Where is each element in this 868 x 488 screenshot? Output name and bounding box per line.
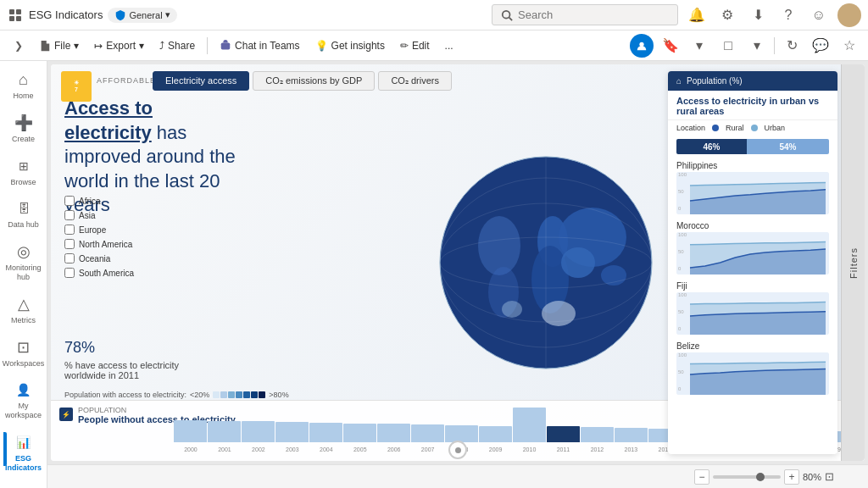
year-label: 2011 <box>546 446 580 452</box>
year-label: 2002 <box>242 446 275 452</box>
right-panel: ⌂ Population (%) Access to electricity i… <box>668 71 837 454</box>
data-hub-icon: 🗄 <box>14 198 34 219</box>
report-tabs: Electricity access CO₂ emissions by GDP … <box>153 71 452 91</box>
bar-fill <box>275 422 309 442</box>
legend-bar <box>213 391 265 398</box>
bar-fill <box>513 408 546 442</box>
sidebar-item-workspaces[interactable]: ⊡ Workspaces <box>3 332 44 374</box>
stat-number: 78% <box>64 323 179 358</box>
region-africa[interactable]: Africa <box>64 196 134 206</box>
insights-button[interactable]: 💡 Get insights <box>309 36 392 55</box>
sidebar-item-home[interactable]: ⌂ Home <box>3 64 44 106</box>
country-chart-item: Morocco100500 <box>668 218 837 278</box>
year-label: 2001 <box>208 446 242 452</box>
top-bar-right: 🔔 ⚙ ⬇ ? ☺ <box>685 3 861 27</box>
general-badge[interactable]: General ▾ <box>108 8 176 23</box>
country-name: Fiji <box>676 281 829 291</box>
fit-page-icon[interactable]: ⊡ <box>825 470 834 483</box>
sidebar-item-metrics[interactable]: △ Metrics <box>3 289 44 330</box>
year-label: 2003 <box>275 446 309 452</box>
nav-expand-icon[interactable]: ❯ <box>7 34 31 58</box>
chat-teams-button[interactable]: Chat in Teams <box>213 36 306 55</box>
my-workspace-icon: 👤 <box>14 380 34 400</box>
svg-rect-2 <box>9 16 14 21</box>
search-box[interactable] <box>492 4 678 25</box>
scroll-dot[interactable] <box>448 441 467 459</box>
bar-fill <box>411 424 444 442</box>
bar-item <box>479 408 512 442</box>
edit-button[interactable]: ✏ Edit <box>393 36 437 55</box>
zoom-controls: − + 80% ⊡ <box>694 469 834 485</box>
user-avatar[interactable] <box>837 3 861 27</box>
notifications-icon[interactable]: 🔔 <box>685 3 709 27</box>
app-grid-icon[interactable] <box>7 7 24 24</box>
sidebar-item-monitoring[interactable]: ◎ Monitoring hub <box>3 236 44 287</box>
stat-block: 78% % have access to electricityworldwid… <box>64 323 179 380</box>
progress-urban: 54% <box>747 139 829 154</box>
refresh-icon[interactable]: ↻ <box>780 34 804 58</box>
bar-item <box>275 408 309 442</box>
country-chart-item: Philippines100500 <box>668 158 837 218</box>
region-asia[interactable]: Asia <box>64 210 134 220</box>
share-button[interactable]: ⤴ Share <box>153 36 202 55</box>
sidebar-item-create[interactable]: ➕ Create <box>3 108 44 149</box>
svg-point-15 <box>561 247 595 278</box>
filters-label: Filters <box>849 247 859 279</box>
population-legend: Population with access to electricity: <… <box>64 391 289 399</box>
star-icon[interactable]: ☆ <box>837 34 861 58</box>
user-icon[interactable] <box>630 34 654 58</box>
search-input[interactable] <box>518 8 662 21</box>
region-south-america[interactable]: South America <box>64 268 134 278</box>
filters-panel[interactable]: Filters <box>841 64 865 461</box>
comment-icon[interactable]: 💬 <box>809 34 832 58</box>
search-icon <box>501 9 513 21</box>
zoom-plus-button[interactable]: + <box>784 469 799 485</box>
zoom-minus-button[interactable]: − <box>694 469 709 485</box>
feedback-icon[interactable]: ☺ <box>807 3 831 27</box>
bookmark-icon[interactable]: 🔖 <box>659 34 682 58</box>
progress-bar: 46% 54% <box>676 139 829 154</box>
region-europe[interactable]: Europe <box>64 225 134 235</box>
tab-co2-drivers[interactable]: CO₂ drivers <box>378 71 452 91</box>
zoom-slider[interactable] <box>713 475 781 479</box>
rural-dot <box>712 125 719 131</box>
help-icon[interactable]: ? <box>776 3 800 27</box>
workspaces-icon: ⊡ <box>14 337 34 358</box>
bar-fill <box>174 420 207 442</box>
bar-fill <box>242 421 275 442</box>
tab-electricity[interactable]: Electricity access <box>153 71 249 91</box>
tab-co2-gdp[interactable]: CO₂ emissions by GDP <box>253 71 375 91</box>
main-layout: ⌂ Home ➕ Create ⊞ Browse 🗄 Data hub ◎ Mo… <box>0 61 868 488</box>
bookmark-expand-icon[interactable]: ▾ <box>687 34 711 58</box>
sidebar-item-browse[interactable]: ⊞ Browse <box>3 151 44 192</box>
svg-text:100: 100 <box>678 352 687 358</box>
year-label: 2009 <box>479 446 513 452</box>
content-area: ☀7 AFFORDABLE AND CLEAN ENERGY Electrici… <box>47 61 868 488</box>
file-button[interactable]: File ▾ <box>32 36 86 55</box>
sidebar-item-data-hub[interactable]: 🗄 Data hub <box>3 193 44 235</box>
bar-item <box>242 408 275 442</box>
svg-point-17 <box>478 216 520 275</box>
sidebar-item-more[interactable]: ··· More... <box>3 480 44 488</box>
region-oceania[interactable]: Oceania <box>64 253 134 263</box>
bar-fill <box>581 427 614 442</box>
report-canvas: ☀7 AFFORDABLE AND CLEAN ENERGY Electrici… <box>51 64 865 461</box>
settings-icon[interactable]: ⚙ <box>715 3 739 27</box>
fullscreen-icon[interactable]: □ <box>716 34 740 58</box>
svg-point-16 <box>601 265 626 286</box>
bar-item <box>174 408 207 442</box>
svg-text:100: 100 <box>678 172 687 177</box>
zoom-slider-thumb[interactable] <box>756 473 765 481</box>
year-label: 2006 <box>377 446 411 452</box>
region-north-america[interactable]: North America <box>64 239 134 249</box>
monitoring-icon: ◎ <box>14 241 34 262</box>
year-label: 2013 <box>614 446 648 452</box>
fullscreen-expand-icon[interactable]: ▾ <box>745 34 769 58</box>
sidebar-item-esg[interactable]: 📊 ESG Indicators <box>3 427 44 478</box>
sidebar-item-my-workspace[interactable]: 👤 My workspace <box>3 374 44 425</box>
more-button[interactable]: ... <box>438 36 460 55</box>
download-icon[interactable]: ⬇ <box>746 3 770 27</box>
divider-2 <box>774 37 775 54</box>
bar-item <box>377 408 410 442</box>
export-button[interactable]: ↦ Export ▾ <box>87 36 151 55</box>
